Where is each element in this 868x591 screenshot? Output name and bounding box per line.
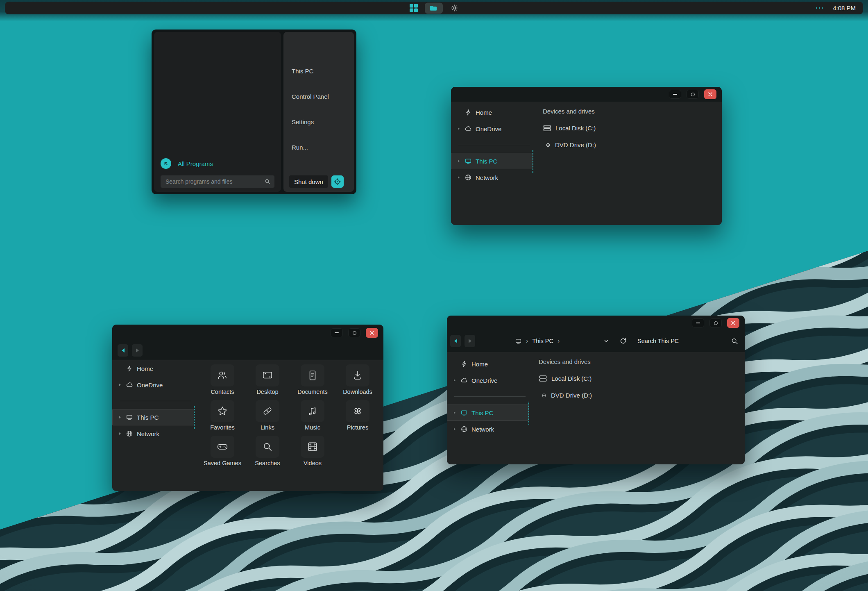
sidebar-item-label: Network	[476, 174, 498, 181]
chevron-right-icon[interactable]	[455, 176, 462, 179]
drive-dvd-d[interactable]: DVD Drive (D:)	[539, 387, 745, 404]
start-menu-item-settings[interactable]: Settings	[283, 109, 354, 134]
settings-taskbar-button[interactable]	[450, 4, 459, 13]
address-dropdown-button[interactable]	[603, 338, 609, 344]
star-icon	[211, 400, 234, 422]
maximize-icon	[353, 331, 356, 335]
titlebar[interactable]	[447, 316, 745, 330]
sidebar-splitter-handle[interactable]	[528, 402, 529, 425]
music-note-icon	[301, 400, 324, 422]
close-button[interactable]	[366, 328, 378, 338]
start-menu-search-input[interactable]	[165, 178, 265, 185]
maximize-button[interactable]	[709, 318, 722, 327]
close-icon	[708, 92, 712, 96]
sidebar-item-onedrive[interactable]: OneDrive	[447, 372, 529, 389]
sidebar-item-this-pc[interactable]: This PC	[447, 405, 529, 421]
minimize-icon	[335, 332, 339, 333]
folder-tile-videos[interactable]: Videos	[290, 436, 335, 467]
folder-tile-documents[interactable]: Documents	[290, 364, 335, 396]
drive-local-disk-c[interactable]: Local Disk (C:)	[543, 120, 722, 136]
minimize-button[interactable]	[331, 328, 343, 337]
monitor-icon	[458, 409, 470, 416]
folder-label: Contacts	[211, 388, 234, 396]
drive-label: Local Disk (C:)	[555, 125, 596, 132]
folder-tile-links[interactable]: Links	[245, 400, 290, 432]
window-body: Home OneDrive This PC	[447, 352, 745, 464]
explorer-sidebar: Home OneDrive This PC	[447, 352, 529, 464]
sidebar-item-home[interactable]: Home	[451, 104, 533, 120]
chevron-right-icon[interactable]	[116, 384, 123, 386]
file-explorer-taskbar-button[interactable]	[425, 2, 443, 14]
sidebar-item-home[interactable]: Home	[112, 360, 194, 377]
home-icon	[458, 360, 470, 368]
start-button-windows-logo-icon[interactable]	[410, 4, 418, 12]
sidebar-item-onedrive[interactable]: OneDrive	[112, 377, 194, 393]
minimize-button[interactable]	[692, 318, 704, 327]
folder-label: Documents	[297, 388, 327, 396]
folder-tile-downloads[interactable]: Downloads	[335, 364, 380, 396]
monitor-icon	[515, 338, 522, 345]
chevron-right-icon[interactable]	[451, 428, 458, 430]
forward-button[interactable]	[132, 344, 143, 357]
folder-tile-favorites[interactable]: Favorites	[200, 400, 245, 432]
sidebar-item-this-pc[interactable]: This PC	[112, 409, 194, 425]
close-icon	[731, 321, 735, 325]
search-icon	[731, 338, 738, 345]
chevron-right-icon[interactable]	[455, 160, 462, 162]
folder-tile-pictures[interactable]: Pictures	[335, 400, 380, 432]
sidebar-item-this-pc[interactable]: This PC	[451, 153, 533, 169]
taskbar-clock[interactable]: 4:08 PM	[833, 5, 856, 11]
chevron-right-icon[interactable]	[451, 379, 458, 382]
sidebar-splitter-handle[interactable]	[533, 150, 533, 173]
titlebar[interactable]	[451, 87, 722, 102]
folder-label: Desktop	[256, 388, 278, 396]
close-button[interactable]	[704, 89, 716, 99]
window-body: Home OneDrive This PC	[451, 102, 722, 225]
chevron-right-icon[interactable]	[451, 411, 458, 414]
folder-tile-contacts[interactable]: Contacts	[200, 364, 245, 396]
folder-tile-music[interactable]: Music	[290, 400, 335, 432]
sidebar-item-onedrive[interactable]: OneDrive	[451, 120, 533, 137]
sidebar-divider	[454, 396, 526, 397]
back-button[interactable]	[118, 344, 128, 357]
power-options-button[interactable]	[331, 175, 344, 188]
maximize-button[interactable]	[687, 90, 699, 99]
back-arrow-icon	[454, 339, 457, 343]
shutdown-button[interactable]: Shut down	[289, 175, 328, 188]
refresh-button[interactable]	[620, 338, 627, 345]
drive-dvd-d[interactable]: DVD Drive (D:)	[543, 136, 722, 153]
chevron-right-icon[interactable]	[116, 432, 123, 435]
chevron-right-icon[interactable]	[455, 127, 462, 130]
start-menu-item-this-pc[interactable]: This PC	[283, 58, 354, 84]
folder-tile-searches[interactable]: Searches	[245, 436, 290, 467]
monitor-icon	[123, 414, 136, 421]
sidebar-item-home[interactable]: Home	[447, 356, 529, 372]
start-menu-left-panel: All Programs	[154, 32, 281, 192]
back-button[interactable]	[450, 335, 461, 347]
sidebar-item-network[interactable]: Network	[112, 425, 194, 442]
start-menu-item-control-panel[interactable]: Control Panel	[283, 84, 354, 109]
sidebar-divider	[120, 401, 191, 401]
back-arrow-icon	[122, 348, 125, 352]
start-menu-item-run[interactable]: Run...	[283, 134, 354, 160]
folder-tile-desktop[interactable]: Desktop	[245, 364, 290, 396]
folder-tile-saved-games[interactable]: Saved Games	[200, 436, 245, 467]
gear-icon	[450, 4, 458, 12]
tray-overflow-icon[interactable]	[816, 7, 823, 9]
folder-label: Searches	[255, 459, 280, 467]
sidebar-item-network[interactable]: Network	[447, 421, 529, 437]
sidebar-item-network[interactable]: Network	[451, 169, 533, 186]
close-icon	[370, 331, 374, 335]
all-programs-button[interactable]: All Programs	[161, 158, 213, 169]
sidebar-splitter-handle[interactable]	[194, 406, 195, 429]
forward-button[interactable]	[465, 335, 475, 347]
drive-local-disk-c[interactable]: Local Disk (C:)	[539, 370, 745, 387]
explorer-search-field[interactable]: Search This PC	[637, 338, 738, 345]
titlebar[interactable]	[112, 325, 383, 341]
wallpaper-waves	[0, 0, 868, 591]
breadcrumb-location[interactable]: This PC	[532, 338, 553, 344]
close-button[interactable]	[727, 318, 739, 328]
chevron-right-icon[interactable]	[116, 416, 123, 418]
maximize-button[interactable]	[348, 328, 360, 337]
minimize-button[interactable]	[669, 90, 681, 99]
